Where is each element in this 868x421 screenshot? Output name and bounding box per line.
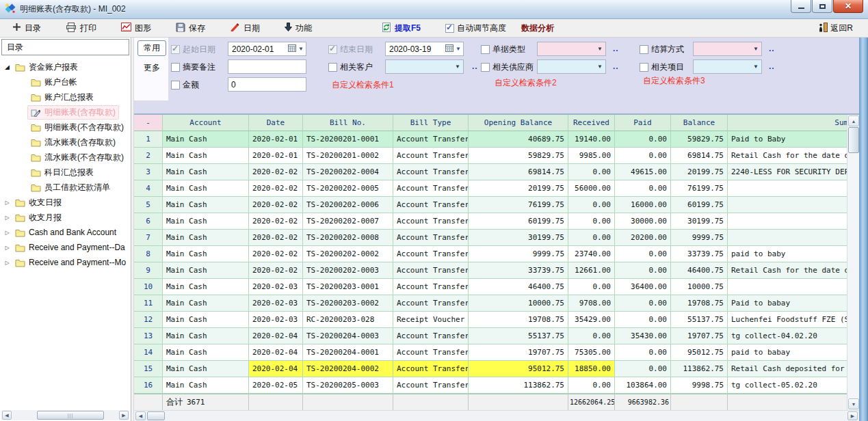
cell-opening[interactable]: 46400.75: [469, 279, 568, 295]
scroll-right-icon[interactable]: ▶: [847, 411, 858, 420]
cell-account[interactable]: Main Cash: [163, 328, 249, 344]
cell-account[interactable]: Main Cash: [163, 344, 249, 361]
column-header-bill-no-[interactable]: Bill No.: [303, 115, 393, 131]
back-button[interactable]: 返回R: [814, 21, 857, 36]
column-header-balance[interactable]: Balance: [671, 115, 728, 131]
cell-balance[interactable]: 95012.75: [671, 344, 728, 361]
cell-bill_no[interactable]: TS-20200202-0007: [303, 213, 393, 230]
cell-no[interactable]: 9: [134, 262, 163, 279]
print-button[interactable]: 打印: [62, 21, 101, 36]
table-row[interactable]: 14Main Cash2020-02-04TS-20200204-0001Acc…: [134, 344, 847, 361]
table-row[interactable]: 5Main Cash2020-02-02TS-20200202-0006Acco…: [134, 197, 847, 213]
cell-opening[interactable]: 60199.75: [469, 213, 568, 230]
minimize-button[interactable]: [791, 0, 811, 13]
dropdown-arrow-icon[interactable]: ▼: [298, 46, 304, 52]
cell-bill_no[interactable]: TS-20200202-0005: [303, 180, 393, 197]
collapse-arrow-icon[interactable]: ◢: [3, 64, 12, 70]
cell-bill_type[interactable]: Account Transfer: [393, 328, 469, 344]
tree-item-body[interactable]: 流水账表(不含存取款): [27, 150, 127, 165]
cell-bill_type[interactable]: Account Transfer: [393, 164, 469, 180]
cell-bill_type[interactable]: Account Transfer: [393, 295, 469, 312]
cell-account[interactable]: Main Cash: [163, 197, 249, 213]
cell-paid[interactable]: 0.00: [615, 180, 671, 197]
sidebar-item[interactable]: ▷收支月报: [0, 210, 130, 225]
memo-input[interactable]: [228, 59, 306, 74]
cell-bill_no[interactable]: TS-20200203-0002: [303, 295, 393, 312]
cell-paid[interactable]: 0.00: [615, 295, 671, 312]
cell-paid[interactable]: 0.00: [615, 131, 671, 148]
cell-received[interactable]: 0.00: [568, 279, 615, 295]
cell-no[interactable]: 7: [134, 230, 163, 246]
tree-item-body[interactable]: 资金账户报表: [12, 60, 81, 74]
cell-opening[interactable]: 20199.75: [469, 180, 568, 197]
expand-arrow-icon[interactable]: ▷: [3, 215, 12, 221]
start-date-checkbox[interactable]: [171, 45, 180, 54]
cell-account[interactable]: Main Cash: [163, 262, 249, 279]
column-header-account[interactable]: Account: [163, 115, 249, 131]
settle-method-combo[interactable]: ▼: [693, 42, 762, 56]
data-analysis-button[interactable]: 数据分析: [517, 21, 558, 36]
cell-no[interactable]: 15: [134, 361, 163, 377]
bill-type-combo[interactable]: ▼: [537, 42, 606, 56]
graph-button[interactable]: 图形: [117, 21, 155, 36]
project-checkbox[interactable]: [640, 63, 648, 72]
project-combo[interactable]: ▼: [693, 59, 762, 74]
auto-height-checkbox[interactable]: [445, 24, 454, 33]
cell-opening[interactable]: 113862.75: [469, 377, 568, 394]
cell-summary[interactable]: Retail Cash for the date of 3: [728, 148, 847, 164]
cell-account[interactable]: Main Cash: [163, 180, 249, 197]
tree-item-body[interactable]: 科目汇总报表: [27, 165, 97, 180]
cell-received[interactable]: 9708.00: [568, 295, 615, 312]
cell-bill_type[interactable]: Account Transfer: [393, 148, 469, 164]
tree-item-body[interactable]: Receive and Payment--Da: [12, 241, 129, 254]
cell-bill_no[interactable]: TS-20200204-0003: [303, 328, 393, 344]
cell-bill_type[interactable]: Account Transfer: [393, 230, 469, 246]
cell-summary[interactable]: Paid to Baby: [728, 131, 847, 148]
tab-common[interactable]: 常用: [137, 40, 166, 56]
cell-received[interactable]: 35429.00: [568, 312, 615, 328]
cell-no[interactable]: 11: [134, 295, 163, 312]
cell-opening[interactable]: 19708.75: [469, 312, 568, 328]
cell-paid[interactable]: 0.00: [615, 344, 671, 361]
sidebar-horizontal-scrollbar[interactable]: ◀ ||| ▶: [1, 410, 129, 420]
cell-date[interactable]: 2020-02-03: [249, 295, 303, 312]
scrollbar-thumb[interactable]: [848, 127, 859, 153]
expand-arrow-icon[interactable]: ▷: [3, 260, 12, 266]
cell-paid[interactable]: 49615.00: [615, 164, 671, 180]
cell-summary[interactable]: [728, 197, 847, 213]
cell-no[interactable]: 14: [134, 344, 163, 361]
cell-no[interactable]: 13: [134, 328, 163, 344]
sidebar-item[interactable]: ▷Receive and Payment--Mo: [0, 255, 130, 270]
cell-account[interactable]: Main Cash: [163, 230, 249, 246]
cell-account[interactable]: Main Cash: [163, 377, 249, 394]
cell-balance[interactable]: 10000.75: [671, 279, 728, 295]
cell-bill_no[interactable]: RC-20200203-028: [303, 312, 393, 328]
cell-balance[interactable]: 69814.75: [671, 148, 728, 164]
cell-paid[interactable]: 0.00: [615, 148, 671, 164]
cell-summary[interactable]: Retail Cash deposited for the: [728, 361, 847, 377]
cell-no[interactable]: 6: [134, 213, 163, 230]
scroll-down-icon[interactable]: ▼: [848, 398, 859, 409]
table-row[interactable]: 7Main Cash2020-02-02TS-20200202-0008Acco…: [134, 230, 847, 246]
cell-bill_no[interactable]: TS-20200202-0004: [303, 164, 393, 180]
cell-summary[interactable]: [728, 279, 847, 295]
cell-received[interactable]: 0.00: [568, 328, 615, 344]
bill-type-browse[interactable]: ..: [613, 44, 619, 53]
cell-received[interactable]: 23740.00: [568, 246, 615, 262]
column-header-received[interactable]: Received: [568, 115, 615, 131]
scroll-left-icon[interactable]: ◀: [135, 411, 146, 420]
cell-account[interactable]: Main Cash: [163, 361, 249, 377]
cell-opening[interactable]: 10000.75: [469, 295, 568, 312]
cell-opening[interactable]: 59829.75: [469, 148, 568, 164]
cell-account[interactable]: Main Cash: [163, 131, 249, 148]
settle-method-browse[interactable]: ..: [769, 44, 775, 53]
cell-received[interactable]: 56000.00: [568, 180, 615, 197]
cell-date[interactable]: 2020-02-02: [249, 164, 303, 180]
catalog-button[interactable]: 目录: [8, 21, 45, 36]
cell-date[interactable]: 2020-02-01: [249, 148, 303, 164]
cell-bill_type[interactable]: Account Transfer: [393, 197, 469, 213]
cell-summary[interactable]: tg collect-04.02.20: [728, 328, 847, 344]
cell-paid[interactable]: 0.00: [615, 262, 671, 279]
column-header-summary[interactable]: Summary: [728, 115, 847, 131]
cell-bill_no[interactable]: TS-20200202-0003: [303, 262, 393, 279]
